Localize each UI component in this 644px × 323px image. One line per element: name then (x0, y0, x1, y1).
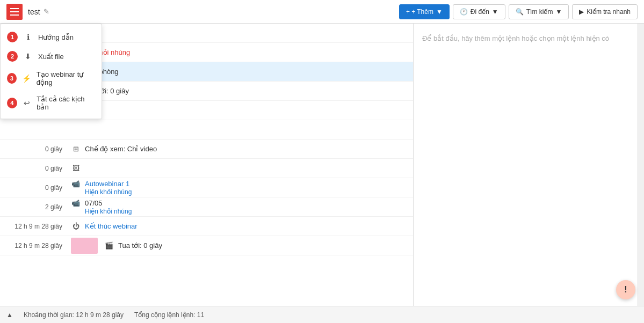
badge-4: 4 (7, 98, 17, 108)
table-row: 2 giây 📹 07/05 Hiện khỏi nhúng (0, 197, 413, 217)
row-content: 📹 07/05 Hiện khỏi nhúng (71, 199, 407, 215)
table-row: 12 h 9 m 28 giây ⏻ Kết thúc webinar (0, 217, 413, 236)
end-icon: ⏻ (71, 222, 81, 230)
menu-item-tao-webinar[interactable]: 3 ⚡ Tạo webinar tự động (1, 66, 102, 91)
search-icon: 🔍 (516, 8, 524, 16)
pink-block (71, 238, 98, 254)
table-row: 0 giây 🖼 (0, 159, 413, 178)
plus-icon: + (406, 8, 410, 16)
page-title: test (28, 8, 40, 16)
badge-3: 3 (7, 73, 17, 84)
tat-ca-label: Tắt cả các kịch bản (37, 95, 94, 111)
row-content: 📹 Autowebinar 1 Hiện khỏi nhúng (71, 180, 407, 196)
chevron-down-icon3: ▼ (555, 8, 562, 16)
table-row: 0 giây 📹 Autowebinar 1 Hiện khỏi nhúng (0, 178, 413, 197)
row-content: 🖼 (71, 164, 407, 172)
row-content: ⊞ Chế độ xem: Chỉ video (71, 145, 407, 153)
image-icon: 🖼 (71, 164, 81, 172)
row-content: 💬 _ (71, 106, 407, 114)
huong-dan-label: Hướng dẫn (38, 33, 74, 41)
row-time: 2 giây (6, 203, 71, 211)
total-label: Tổng cộng lệnh lệnh: 11 (134, 311, 204, 319)
video2-icon: 📹 (71, 180, 81, 188)
header: test ✎ + + Thêm ▼ 🕐 Đi đến ▼ 🔍 Tìm kiếm … (0, 0, 644, 24)
badge-2: 2 (7, 51, 18, 62)
clock-icon: 🕐 (460, 8, 468, 16)
sub-text[interactable]: Hiện khỏi nhúng (85, 188, 132, 196)
tao-webinar-label: Tạo webinar tự động (37, 70, 94, 86)
duration-label: Khoảng thời gian: 12 h 9 m 28 giây (24, 311, 124, 319)
row-text[interactable]: Autowebinar 1 (85, 180, 129, 188)
tim-kiem-label: Tìm kiếm (526, 8, 553, 16)
row-content: 🎬 Tua tới: 0 giây (71, 238, 407, 254)
off-icon: ↩ (23, 99, 32, 107)
tim-kiem-button[interactable]: 🔍 Tìm kiếm ▼ (509, 4, 569, 19)
help-button[interactable]: ! (616, 280, 635, 299)
row-time: 0 giây (6, 184, 71, 192)
row-text: Tua tới: 0 giây (118, 241, 162, 249)
bottom-bar: ▲ Khoảng thời gian: 12 h 9 m 28 giây Tổn… (0, 306, 414, 323)
right-panel: Để bắt đầu, hãy thêm một lệnh hoặc chọn … (414, 24, 644, 323)
export-icon: ⬇ (23, 52, 33, 61)
row-content: 📹 Ẩn khỏi nhúng (71, 48, 407, 56)
table-row: 0 giây ⊞ Chế độ xem: Chỉ video (0, 140, 413, 159)
row-text: 07/05 (85, 199, 103, 207)
row-content: 🎬 Tua tới: 0 giây (71, 87, 407, 95)
row-time: 0 giây (6, 145, 71, 153)
badge-1: 1 (7, 32, 18, 42)
menu-item-huong-dan[interactable]: 1 ℹ Hướng dẫn (1, 27, 102, 47)
sub-text2[interactable]: Hiện khỏi nhúng (85, 208, 132, 215)
row-content: ⏻ Kết thúc webinar (71, 222, 407, 230)
row-text: Chế độ xem: Chỉ video (85, 145, 157, 153)
row-time: 12 h 9 m 28 giây (6, 242, 71, 249)
grid-icon: ⊞ (71, 145, 81, 153)
chevron-down-icon: ▼ (436, 8, 443, 16)
row-time: 12 h 9 m 28 giây (6, 223, 71, 230)
edit-icon[interactable]: ✎ (44, 8, 49, 16)
them-label: + Thêm (411, 8, 433, 16)
dropdown-menu: 1 ℹ Hướng dẫn 2 ⬇ Xuất file 3 ⚡ Tạo webi… (0, 24, 102, 119)
chevron-down-icon2: ▼ (492, 8, 498, 16)
di-den-label: Đi đến (471, 8, 489, 16)
menu-button[interactable] (6, 4, 23, 20)
right-hint: Để bắt đầu, hãy thêm một lệnh hoặc chọn … (422, 34, 635, 42)
row-content: ⏻ Mở phòng (73, 68, 407, 76)
auto-icon: ⚡ (22, 74, 31, 83)
table-row: 12 h 9 m 28 giây 🎬 Tua tới: 0 giây (0, 236, 413, 255)
rewind2-icon: 🎬 (104, 241, 114, 249)
xuat-file-label: Xuất file (38, 53, 64, 61)
video3-icon: 📹 (71, 199, 81, 207)
row-time: 0 giây (6, 165, 71, 172)
menu-item-tat-ca[interactable]: 4 ↩ Tắt cả các kịch bản (1, 91, 102, 115)
menu-item-xuat-file[interactable]: 2 ⬇ Xuất file (1, 47, 102, 66)
info-icon: ℹ (23, 33, 33, 41)
ket-thuc-link[interactable]: Kết thúc webinar (85, 222, 138, 230)
kiem-tra-nhanh-button[interactable]: ▶ Kiểm tra nhanh (572, 4, 638, 19)
hamburger-icon (10, 8, 19, 16)
kiem-tra-nhanh-label: Kiểm tra nhanh (587, 8, 631, 16)
row-content: 💬 _ (71, 29, 407, 37)
table-row (0, 120, 413, 140)
play-icon: ▶ (579, 8, 584, 16)
them-button[interactable]: + + Thêm ▼ (399, 4, 450, 19)
di-den-button[interactable]: 🕐 Đi đến ▼ (453, 4, 505, 19)
scroll-arrow-up[interactable]: ▲ (6, 311, 13, 319)
